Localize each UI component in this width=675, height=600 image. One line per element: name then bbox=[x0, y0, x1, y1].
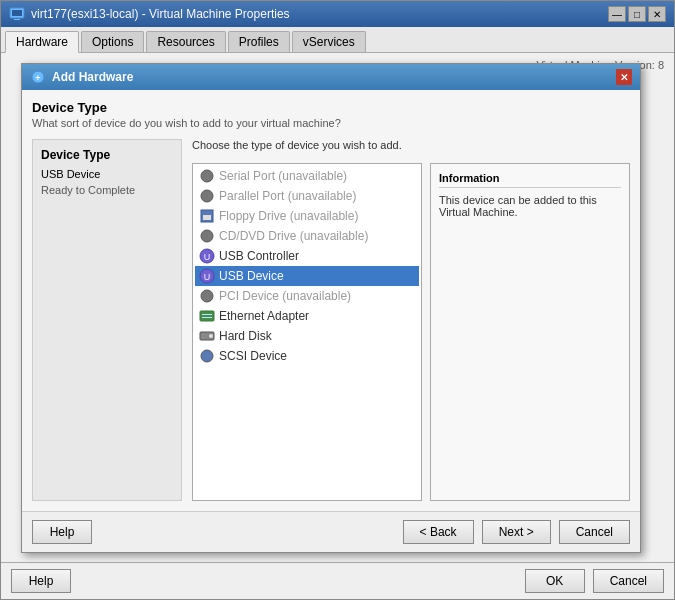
ethernet-icon bbox=[199, 308, 215, 324]
device-item-cdrom[interactable]: CD/DVD Drive (unavailable) bbox=[195, 226, 419, 246]
vm-titlebar: virt177(esxi13-local) - Virtual Machine … bbox=[1, 1, 674, 27]
left-nav-title: Device Type bbox=[41, 148, 173, 162]
cdrom-icon bbox=[199, 228, 215, 244]
device-list-panel[interactable]: Serial Port (unavailable)Parallel Port (… bbox=[192, 163, 422, 501]
svg-text:U: U bbox=[204, 272, 211, 282]
svg-point-19 bbox=[209, 334, 213, 338]
floppy-icon bbox=[199, 208, 215, 224]
vm-properties-window: virt177(esxi13-local) - Virtual Machine … bbox=[0, 0, 675, 600]
svg-point-20 bbox=[201, 350, 213, 362]
device-label-usbcontroller: USB Controller bbox=[219, 249, 299, 263]
device-label-parallel: Parallel Port (unavailable) bbox=[219, 189, 356, 203]
device-label-cdrom: CD/DVD Drive (unavailable) bbox=[219, 229, 368, 243]
add-hardware-dialog: + Add Hardware ✕ Device Type What sort o… bbox=[21, 63, 641, 553]
svg-point-9 bbox=[201, 230, 213, 242]
device-label-serial: Serial Port (unavailable) bbox=[219, 169, 347, 183]
usb-icon: U bbox=[199, 248, 215, 264]
device-label-harddisk: Hard Disk bbox=[219, 329, 272, 343]
device-label-pci: PCI Device (unavailable) bbox=[219, 289, 351, 303]
hdd-icon bbox=[199, 328, 215, 344]
svg-point-6 bbox=[201, 190, 213, 202]
dialog-close-btn[interactable]: ✕ bbox=[616, 69, 632, 85]
vm-bottom-right: OK Cancel bbox=[525, 569, 664, 593]
dialog-title-text: Add Hardware bbox=[52, 70, 133, 84]
vm-maximize-btn[interactable]: □ bbox=[628, 6, 646, 22]
vm-title-text: virt177(esxi13-local) - Virtual Machine … bbox=[31, 7, 290, 21]
svg-rect-17 bbox=[202, 317, 212, 318]
vm-titlebar-left: virt177(esxi13-local) - Virtual Machine … bbox=[9, 6, 290, 22]
content-row: Serial Port (unavailable)Parallel Port (… bbox=[192, 163, 630, 501]
dialog-body: Device Type What sort of device do you w… bbox=[22, 90, 640, 511]
tab-vservices[interactable]: vServices bbox=[292, 31, 366, 52]
device-label-floppy: Floppy Drive (unavailable) bbox=[219, 209, 358, 223]
dialog-back-btn[interactable]: < Back bbox=[403, 520, 474, 544]
vm-content-area: Virtual Machine Version: 8 + Add Hardwar… bbox=[1, 53, 674, 562]
vm-cancel-btn[interactable]: Cancel bbox=[593, 569, 664, 593]
svg-rect-2 bbox=[14, 19, 20, 20]
device-label-ethernet: Ethernet Adapter bbox=[219, 309, 309, 323]
svg-text:+: + bbox=[35, 73, 40, 83]
svg-point-5 bbox=[201, 170, 213, 182]
svg-point-14 bbox=[201, 290, 213, 302]
dialog-next-btn[interactable]: Next > bbox=[482, 520, 551, 544]
vm-ok-btn[interactable]: OK bbox=[525, 569, 585, 593]
svg-text:U: U bbox=[204, 252, 211, 262]
dialog-help-btn[interactable]: Help bbox=[32, 520, 92, 544]
vm-help-btn[interactable]: Help bbox=[11, 569, 71, 593]
usb-icon: U bbox=[199, 268, 215, 284]
svg-rect-16 bbox=[202, 314, 212, 315]
device-item-usbcontroller[interactable]: UUSB Controller bbox=[195, 246, 419, 266]
left-nav-item-usb-device[interactable]: USB Device bbox=[41, 166, 173, 182]
device-item-ethernet[interactable]: Ethernet Adapter bbox=[195, 306, 419, 326]
left-nav-panel: Device Type USB Device Ready to Complete bbox=[32, 139, 182, 501]
parallel-icon bbox=[199, 188, 215, 204]
dialog-main: Device Type USB Device Ready to Complete… bbox=[32, 139, 630, 501]
dialog-header-title: Device Type bbox=[32, 100, 630, 115]
device-item-pci[interactable]: PCI Device (unavailable) bbox=[195, 286, 419, 306]
scsi-icon bbox=[199, 348, 215, 364]
tab-hardware[interactable]: Hardware bbox=[5, 31, 79, 53]
content-label: Choose the type of device you wish to ad… bbox=[192, 139, 630, 151]
svg-rect-8 bbox=[203, 215, 211, 220]
device-label-scsi: SCSI Device bbox=[219, 349, 287, 363]
pci-icon bbox=[199, 288, 215, 304]
dialog-titlebar: + Add Hardware ✕ bbox=[22, 64, 640, 90]
left-nav-item-ready[interactable]: Ready to Complete bbox=[41, 182, 173, 198]
device-item-floppy[interactable]: Floppy Drive (unavailable) bbox=[195, 206, 419, 226]
vm-title-icon bbox=[9, 6, 25, 22]
info-panel-title: Information bbox=[439, 172, 621, 188]
device-item-parallel[interactable]: Parallel Port (unavailable) bbox=[195, 186, 419, 206]
dialog-title-icon: + bbox=[30, 69, 46, 85]
dialog-header-subtitle: What sort of device do you wish to add t… bbox=[32, 117, 630, 129]
vm-bottom-bar: Help OK Cancel bbox=[1, 562, 674, 599]
serial-icon bbox=[199, 168, 215, 184]
device-label-usbdevice: USB Device bbox=[219, 269, 284, 283]
svg-rect-15 bbox=[200, 311, 214, 321]
tab-profiles[interactable]: Profiles bbox=[228, 31, 290, 52]
vm-close-btn[interactable]: ✕ bbox=[648, 6, 666, 22]
device-item-serial[interactable]: Serial Port (unavailable) bbox=[195, 166, 419, 186]
dialog-cancel-btn[interactable]: Cancel bbox=[559, 520, 630, 544]
info-panel: Information This device can be added to … bbox=[430, 163, 630, 501]
dialog-footer: Help < Back Next > Cancel bbox=[22, 511, 640, 552]
tab-options[interactable]: Options bbox=[81, 31, 144, 52]
device-item-harddisk[interactable]: Hard Disk bbox=[195, 326, 419, 346]
dialog-title-left: + Add Hardware bbox=[30, 69, 133, 85]
vm-titlebar-buttons: — □ ✕ bbox=[608, 6, 666, 22]
info-panel-text: This device can be added to this Virtual… bbox=[439, 194, 621, 218]
tab-resources[interactable]: Resources bbox=[146, 31, 225, 52]
dialog-header: Device Type What sort of device do you w… bbox=[32, 100, 630, 129]
right-content: Choose the type of device you wish to ad… bbox=[192, 139, 630, 501]
vm-minimize-btn[interactable]: — bbox=[608, 6, 626, 22]
device-item-usbdevice[interactable]: UUSB Device bbox=[195, 266, 419, 286]
device-item-scsi[interactable]: SCSI Device bbox=[195, 346, 419, 366]
vm-tab-bar: Hardware Options Resources Profiles vSer… bbox=[1, 27, 674, 53]
svg-rect-1 bbox=[12, 10, 22, 16]
